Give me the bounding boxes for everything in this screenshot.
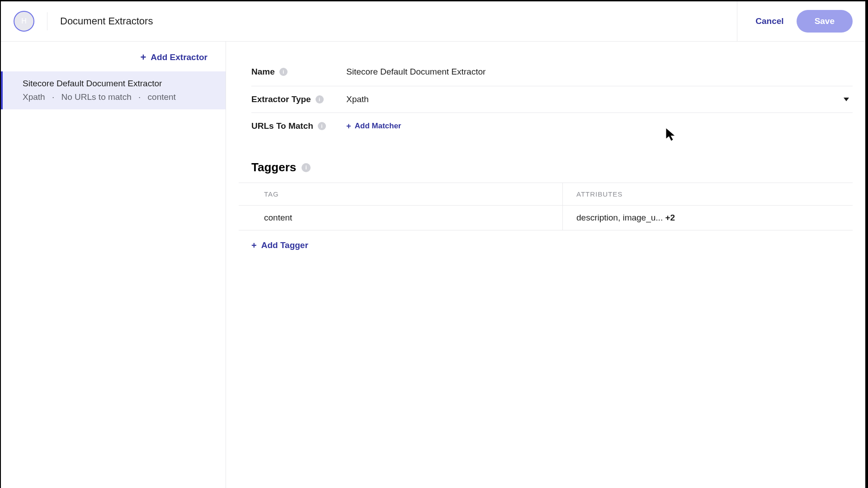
sidebar-item-meta-tagger: content [148, 92, 176, 102]
taggers-table: TAG ATTRIBUTES content description, imag… [239, 183, 853, 230]
add-tagger-button[interactable]: + Add Tagger [251, 240, 308, 250]
header-actions: Cancel Save [737, 1, 853, 41]
plus-icon: + [141, 52, 146, 62]
extractor-type-select[interactable]: Xpath [346, 94, 853, 104]
sidebar-item-extractor[interactable]: Sitecore Default Document Extractor Xpat… [1, 71, 226, 109]
chevron-down-icon [844, 98, 849, 101]
avatar[interactable]: H [14, 11, 34, 32]
add-matcher-label: Add Matcher [355, 122, 401, 131]
add-matcher-button[interactable]: + Add Matcher [346, 122, 401, 131]
plus-icon: + [346, 122, 351, 130]
sidebar: + Add Extractor Sitecore Default Documen… [1, 42, 226, 488]
table-row[interactable]: content description, image_u... +2 [239, 206, 853, 230]
field-row-extractor-type: Extractor Type i Xpath [251, 86, 853, 113]
info-icon[interactable]: i [318, 122, 326, 130]
add-tagger-label: Add Tagger [261, 240, 308, 250]
sidebar-item-meta: Xpath · No URLs to match · content [23, 92, 206, 102]
extractor-type-value: Xpath [346, 94, 369, 104]
field-row-urls: URLs To Match i + Add Matcher [251, 113, 853, 140]
name-input[interactable]: Sitecore Default Document Extractor [346, 66, 853, 78]
add-extractor-label: Add Extractor [151, 52, 208, 62]
avatar-initial: H [21, 17, 27, 25]
column-header-attributes: ATTRIBUTES [562, 183, 853, 205]
main-panel: Name i Sitecore Default Document Extract… [226, 42, 865, 488]
cell-attributes: description, image_u... +2 [562, 206, 853, 230]
save-button[interactable]: Save [797, 10, 853, 33]
attributes-more-count: +2 [665, 213, 675, 222]
info-icon[interactable]: i [302, 163, 311, 172]
info-icon[interactable]: i [316, 95, 324, 103]
taggers-section-title: Taggers i [251, 160, 853, 174]
cancel-button[interactable]: Cancel [755, 16, 783, 26]
field-label-extractor-type: Extractor Type i [251, 94, 346, 104]
field-row-name: Name i Sitecore Default Document Extract… [251, 58, 853, 86]
taggers-table-head: TAG ATTRIBUTES [239, 183, 853, 206]
page-title: Document Extractors [60, 15, 153, 27]
header-bar: H Document Extractors Cancel Save [1, 1, 865, 42]
sidebar-item-meta-urls: No URLs to match [61, 92, 132, 102]
sidebar-item-meta-type: Xpath [23, 92, 45, 102]
add-extractor-button[interactable]: + Add Extractor [141, 52, 208, 62]
header-divider [47, 12, 47, 30]
plus-icon: + [251, 241, 257, 250]
field-label-name: Name i [251, 67, 346, 77]
cell-tag: content [239, 206, 562, 230]
column-header-tag: TAG [239, 183, 562, 205]
sidebar-item-title: Sitecore Default Document Extractor [23, 79, 206, 89]
field-label-urls: URLs To Match i [251, 121, 346, 131]
info-icon[interactable]: i [279, 68, 288, 76]
